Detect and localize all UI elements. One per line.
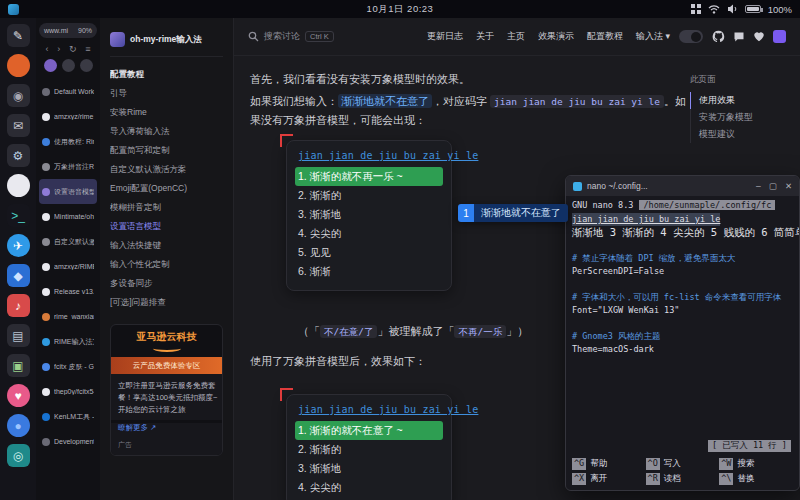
volume-icon[interactable] (727, 4, 738, 14)
profile-avatar[interactable] (62, 59, 75, 72)
browser-tab[interactable]: Release v13.0.2... (39, 279, 97, 304)
ad-learn-more-link[interactable]: 瞭解更多 ↗ (118, 423, 215, 433)
dock-app-icon[interactable] (7, 54, 30, 77)
browser-tab[interactable]: rime_wanxiang/... (39, 304, 97, 329)
tab-title: fcitx 皮肤 - Goo... (54, 362, 94, 372)
chat-icon[interactable] (733, 31, 745, 43)
sidebar-nav-item[interactable]: 设置语言模型 (110, 217, 223, 236)
nav-link[interactable]: 主页 (507, 30, 525, 43)
sidebar-nav-item[interactable]: 输入个性化定制 (110, 255, 223, 274)
sidebar-nav-item[interactable]: 配置教程 (110, 65, 223, 84)
sidebar-nav-item[interactable]: [可选]问题排查 (110, 293, 223, 312)
ime-candidate: 5. 见见 (298, 243, 440, 262)
battery-icon[interactable] (745, 5, 761, 13)
desktop-logo-icon[interactable] (8, 4, 19, 15)
browser-tab[interactable]: amzxyz/rime_wa... (39, 104, 97, 129)
close-icon[interactable]: ✕ (785, 181, 792, 191)
dock-app-icon[interactable]: ✈ (7, 234, 30, 257)
browser-tab[interactable]: amzxyz/RIME-L... (39, 254, 97, 279)
navbar-icons (712, 30, 786, 43)
panel-icon[interactable]: › (57, 44, 60, 54)
virtual-desktop-grid-icon[interactable] (691, 4, 701, 14)
site-brand[interactable]: oh-my-rime输入法 (110, 32, 223, 57)
dock-app-icon[interactable]: ▣ (7, 354, 30, 377)
panel-icon[interactable]: ↻ (69, 44, 77, 54)
sidebar-nav-item[interactable]: Emoji配置(OpenCC) (110, 179, 223, 198)
toc-item[interactable]: 使用效果 (690, 92, 798, 109)
nano-shortcut: ^R读档 (646, 473, 720, 485)
dock-app-icon[interactable]: ♪ (7, 294, 30, 317)
dock-app-icon[interactable]: ✎ (7, 24, 30, 47)
search-icon (248, 31, 259, 42)
terminal-window[interactable]: nano ~/.config... – ▢ ✕ GNU nano 8.3 /ho… (565, 175, 800, 491)
browser-tab[interactable]: Development an... (39, 429, 97, 454)
ad-brand: 亚马逊云科技 (111, 325, 222, 357)
zoom-level[interactable]: 90% (78, 27, 92, 34)
address-bar[interactable]: www.mi 90% (39, 23, 97, 38)
terminal-app-icon (573, 182, 582, 191)
browser-tab[interactable]: 自定义默认激活... (39, 229, 97, 254)
github-icon[interactable] (712, 30, 725, 43)
dock-app-icon[interactable]: >_ (7, 204, 30, 227)
browser-tab[interactable]: 万象拼音注RIME... (39, 154, 97, 179)
sidebar-nav-item[interactable]: 配置简写和定制 (110, 141, 223, 160)
sidebar-nav-item[interactable]: 导入薄荷输入法 (110, 122, 223, 141)
nav-link[interactable]: 输入法 ▾ (636, 30, 670, 43)
browser-tab[interactable]: 设置语音模型... (39, 179, 97, 204)
heart-icon[interactable] (753, 31, 765, 42)
battery-percent: 100% (768, 4, 792, 15)
paragraph-intro: 首先，我们看看没有安装万象模型时的效果。 (250, 70, 680, 89)
dock-app-icon[interactable]: ● (7, 414, 30, 437)
advertisement-card[interactable]: 亚马逊云科技 云产品免费体验专区 立即注册亚马逊云服务免费套餐！享高达100美元… (110, 324, 223, 456)
toc-item[interactable]: 安装万象模型 (690, 109, 798, 126)
extension-badge-icon[interactable] (773, 30, 786, 43)
sidebar-nav-item[interactable]: 输入法快捷键 (110, 236, 223, 255)
panel-icon[interactable]: ≡ (85, 44, 90, 54)
browser-tab[interactable]: RIME输入法方案... (39, 329, 97, 354)
nav-link[interactable]: 配置教程 (587, 30, 623, 43)
nav-link[interactable]: 关于 (476, 30, 494, 43)
dock-app-icon[interactable]: ◆ (7, 264, 30, 287)
tab-favicon (42, 388, 50, 396)
browser-tab[interactable]: fcitx 皮肤 - Goo... (39, 354, 97, 379)
tab-favicon (42, 438, 50, 446)
nav-link[interactable]: 更新日志 (427, 30, 463, 43)
minimize-icon[interactable]: – (756, 181, 761, 191)
tab-favicon (42, 263, 50, 271)
nav-link[interactable]: 效果演示 (538, 30, 574, 43)
dock-app-icon[interactable]: ⚙ (7, 144, 30, 167)
terminal-title-bar[interactable]: nano ~/.config... – ▢ ✕ (566, 176, 799, 196)
theme-toggle[interactable] (679, 30, 703, 43)
terminal-line: # Gnome3 风格的主题 (572, 330, 793, 343)
browser-tab[interactable]: Default Workspac (39, 79, 97, 104)
dock-app-icon[interactable]: ♥ (7, 384, 30, 407)
browser-tab[interactable]: Mintimate/oh-m... (39, 204, 97, 229)
sidebar-nav-item[interactable]: 自定义默认激活方案 (110, 160, 223, 179)
toc-item[interactable]: 模型建议 (690, 126, 798, 143)
ime-preedit: jian jian de jiu bu zai yi le (298, 150, 440, 161)
terminal-body[interactable]: GNU nano 8.3 /home/sunmaple/.config/fc j… (566, 196, 799, 490)
sidebar-nav-item[interactable]: 模糊拼音定制 (110, 198, 223, 217)
tab-favicon (42, 113, 50, 121)
sidebar-nav-item[interactable]: 安装Rime (110, 103, 223, 122)
dock-app-icon[interactable]: ✉ (7, 114, 30, 137)
profile-avatar[interactable] (80, 59, 93, 72)
dock-app-icon[interactable] (7, 174, 30, 197)
search-box[interactable]: 搜索讨论 Ctrl K (248, 30, 334, 43)
maximize-icon[interactable]: ▢ (769, 181, 777, 191)
dock-app-icon[interactable]: ▤ (7, 324, 30, 347)
browser-tab[interactable]: thep0y/fcitx5-th... (39, 379, 97, 404)
dock-app-icon[interactable]: ◎ (7, 444, 30, 467)
tab-favicon (42, 413, 50, 421)
paragraph-note: （「不/在意/了」被理解成了「不再/一乐」） (298, 322, 528, 341)
pinyin-code-chip: jian jian de jiu bu zai yi le (490, 95, 664, 108)
wifi-icon[interactable] (708, 4, 720, 14)
dock-app-icon[interactable]: ◉ (7, 84, 30, 107)
browser-tab[interactable]: 使用教程: Rime... (39, 129, 97, 154)
sidebar-nav-item[interactable]: 引导 (110, 84, 223, 103)
profile-avatar[interactable] (44, 59, 57, 72)
panel-icon[interactable]: ‹ (45, 44, 48, 54)
sidebar-nav-item[interactable]: 多设备同步 (110, 274, 223, 293)
terminal-line: Font="LXGW WenKai 13" (572, 304, 793, 317)
browser-tab[interactable]: KenLM工具 - 知... (39, 404, 97, 429)
